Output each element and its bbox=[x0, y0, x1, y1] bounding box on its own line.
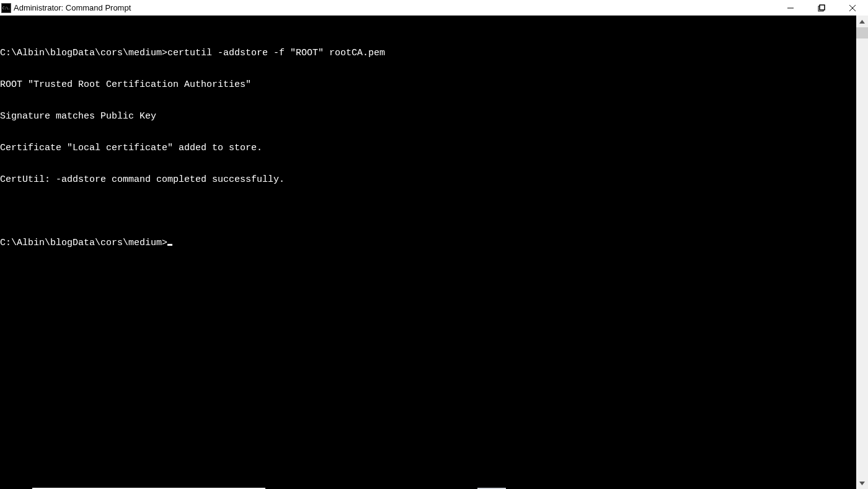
vertical-scrollbar[interactable] bbox=[856, 16, 868, 489]
terminal-line: ROOT "Trusted Root Certification Authori… bbox=[0, 79, 856, 90]
terminal-line: C:\Albin\blogData\cors\medium>certutil -… bbox=[0, 48, 856, 58]
terminal-line: Signature matches Public Key bbox=[0, 111, 856, 122]
chevron-down-icon bbox=[859, 482, 865, 485]
close-button[interactable] bbox=[837, 0, 868, 16]
close-icon bbox=[849, 4, 856, 12]
chevron-up-icon bbox=[859, 20, 865, 24]
scroll-up-button[interactable] bbox=[856, 16, 868, 27]
svg-marker-6 bbox=[859, 20, 865, 24]
titlebar[interactable]: C:\. Administrator: Command Prompt bbox=[0, 0, 868, 16]
maximize-button[interactable] bbox=[806, 0, 837, 16]
terminal-line bbox=[0, 206, 856, 217]
app-icon-text: C:\. bbox=[2, 6, 10, 10]
svg-rect-2 bbox=[820, 5, 825, 10]
maximize-icon bbox=[818, 4, 825, 12]
terminal-line: CertUtil: -addstore command completed su… bbox=[0, 174, 856, 185]
minimize-button[interactable] bbox=[775, 0, 806, 16]
minimize-icon bbox=[787, 4, 794, 12]
terminal-prompt-line: C:\Albin\blogData\cors\medium> bbox=[0, 238, 856, 248]
terminal-line: Certificate "Local certificate" added to… bbox=[0, 143, 856, 153]
svg-marker-7 bbox=[859, 482, 865, 485]
scroll-thumb[interactable] bbox=[856, 27, 868, 38]
app-icon: C:\. bbox=[1, 3, 11, 13]
scroll-down-button[interactable] bbox=[856, 477, 868, 489]
terminal-cursor bbox=[167, 244, 172, 246]
terminal-prompt: C:\Albin\blogData\cors\medium> bbox=[0, 238, 167, 248]
window-controls bbox=[775, 0, 868, 16]
window-title: Administrator: Command Prompt bbox=[14, 3, 131, 12]
terminal-output[interactable]: C:\Albin\blogData\cors\medium>certutil -… bbox=[0, 16, 856, 489]
